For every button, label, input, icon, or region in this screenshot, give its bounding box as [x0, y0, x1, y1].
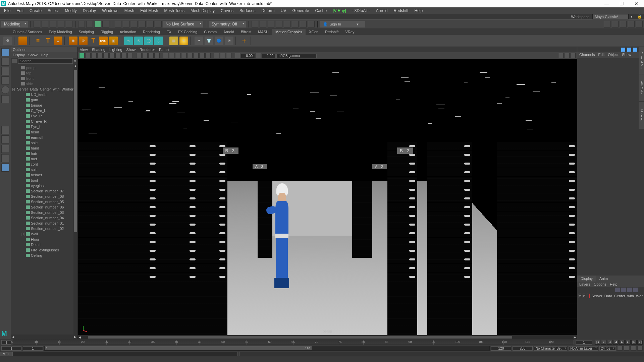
menu-cache[interactable]: Cache — [312, 8, 329, 14]
move-tool-icon[interactable] — [1, 67, 9, 75]
vp-aa-icon[interactable] — [205, 53, 211, 58]
workspace-caret-icon[interactable]: ▾ — [631, 14, 635, 19]
vp-lights-icon[interactable] — [181, 53, 186, 58]
vp-add-icon[interactable] — [558, 53, 564, 58]
shelf-tab-rigging[interactable]: Rigging — [97, 29, 116, 35]
vp-refresh-icon[interactable] — [564, 53, 570, 58]
cb-menu-object[interactable]: Object — [608, 53, 619, 57]
step-back-key-button[interactable]: ◄| — [601, 340, 606, 345]
outliner-item[interactable]: helmet — [11, 172, 77, 178]
four-pane-icon[interactable] — [1, 135, 9, 143]
snap-live-icon[interactable] — [147, 21, 154, 27]
cb-menu-channels[interactable]: Channels — [579, 53, 595, 57]
bullet-list-icon[interactable]: ≡ — [34, 37, 42, 45]
cb-icon1[interactable] — [621, 48, 625, 52]
vp-xray-icon[interactable] — [220, 53, 225, 58]
outliner-item[interactable]: [-]Server_Data_Center_with_Worker_ncl — [11, 86, 77, 92]
outliner-item[interactable]: persp — [11, 65, 77, 70]
vp-toggle5-icon[interactable] — [109, 53, 115, 58]
sparkle-icon[interactable]: ✦ — [195, 37, 203, 45]
outliner-item[interactable]: Section_number_06 — [11, 204, 77, 210]
vp-textured-icon[interactable] — [175, 53, 180, 58]
menu-edit-mesh[interactable]: Edit Mesh — [138, 8, 161, 14]
workspace-dropdown[interactable]: Maya Classic* — [592, 14, 629, 19]
outliner-item[interactable]: top — [11, 70, 77, 76]
menu-create[interactable]: Create — [27, 8, 44, 14]
vp-toggle4-icon[interactable] — [103, 53, 109, 58]
history-icon[interactable] — [252, 21, 258, 27]
vp-shaded-icon[interactable] — [169, 53, 174, 58]
mash-network-icon[interactable] — [18, 37, 27, 45]
outliner-item[interactable]: Section_number_08 — [11, 194, 77, 199]
character-set-dropdown[interactable]: No Character Set — [534, 346, 567, 351]
vp-film-gate-icon[interactable] — [142, 53, 148, 58]
menu-uv[interactable]: UV — [278, 8, 289, 14]
time-end-field[interactable]: 1 — [576, 340, 592, 345]
vp-wireframe-icon[interactable] — [163, 53, 168, 58]
shelf-tab-rendering[interactable]: Rendering — [140, 29, 163, 35]
menu-surfaces[interactable]: Surfaces — [237, 8, 258, 14]
menu-modify[interactable]: Modify — [62, 8, 79, 14]
time-slider[interactable]: 1 51015202530354045505560657075808590951… — [0, 339, 644, 345]
outliner-item[interactable]: Section_number_07 — [11, 188, 77, 194]
layer-btn1-icon[interactable] — [615, 288, 620, 292]
paint-select-icon[interactable] — [94, 21, 101, 27]
play-forward-button[interactable]: ▶ — [619, 340, 625, 345]
snap-point-icon[interactable] — [131, 21, 138, 27]
snap-grid-icon[interactable] — [115, 21, 121, 27]
render-icon[interactable] — [260, 21, 266, 27]
outliner-menu-display[interactable]: Display — [13, 53, 25, 57]
vp-grid-icon[interactable] — [136, 53, 142, 58]
ipr-icon[interactable] — [268, 21, 274, 27]
outliner-item[interactable]: earmuff — [11, 135, 77, 140]
add-shelf-item-icon[interactable]: + — [240, 37, 249, 45]
select-mode-icon[interactable] — [78, 21, 85, 27]
outliner-item[interactable]: met — [11, 156, 77, 162]
toggle-attr-editor-icon[interactable] — [620, 21, 627, 27]
outliner-item[interactable]: Floor — [11, 237, 77, 242]
vp-color-mgmt-dropdown[interactable]: sRGB gamma — [276, 54, 317, 58]
layer-menu-help[interactable]: Help — [610, 282, 618, 286]
range-handle-end[interactable]: 120 — [305, 347, 310, 350]
vp-toggle1-icon[interactable] — [85, 53, 91, 58]
viewport-scrollbar-h[interactable]: ◄► — [78, 335, 577, 339]
current-frame-field[interactable]: 1 — [1, 340, 11, 345]
outliner-item[interactable]: Section_number_02 — [11, 226, 77, 231]
vp-resolution-gate-icon[interactable] — [148, 53, 154, 58]
layer-menu-layers[interactable]: Layers — [579, 282, 590, 286]
fps-dropdown[interactable]: 24 fps — [599, 346, 616, 351]
outliner-item[interactable]: Fire_extinguisher — [11, 247, 77, 253]
vp-toggle8-icon[interactable] — [127, 53, 133, 58]
menu-display[interactable]: Display — [80, 8, 99, 14]
vp-toggle2-icon[interactable] — [91, 53, 97, 58]
command-input[interactable] — [12, 352, 238, 356]
outliner-item[interactable]: sole — [11, 140, 77, 145]
range-end-field[interactable]: 200 — [513, 346, 533, 351]
svg-import-icon[interactable]: SVG — [99, 37, 108, 45]
shelf-tab-custom[interactable]: Custom — [201, 29, 220, 35]
menu-help[interactable]: Help — [412, 8, 426, 14]
menu-mesh-display[interactable]: Mesh Display — [188, 8, 217, 14]
range-slider[interactable]: 1 1 1 120 120 200 No Character Set No An… — [0, 345, 644, 351]
globe-icon[interactable]: ◉ — [69, 37, 77, 45]
layer-playback-toggle[interactable]: P — [583, 294, 585, 298]
layer-btn2-icon[interactable] — [621, 288, 626, 292]
layer-color-swatch[interactable] — [589, 294, 590, 298]
anim-layer-dropdown[interactable]: No Anim Layer — [569, 346, 598, 351]
type-tool-icon[interactable]: T — [44, 37, 52, 45]
ring-icon[interactable]: ◯ — [144, 37, 153, 45]
layer-visibility-toggle[interactable]: V — [579, 294, 581, 298]
range-inner-end-field[interactable]: 120 — [491, 346, 511, 351]
vp-select-camera-icon[interactable] — [79, 53, 85, 58]
cb-menu-show[interactable]: Show — [622, 53, 631, 57]
burst-icon[interactable]: ✳ — [225, 37, 233, 45]
display-layer-row[interactable]: V P Server_Data_Center_with_Wor — [577, 293, 644, 299]
range-handle-start[interactable]: 1 — [46, 347, 48, 350]
cb-icon2[interactable] — [627, 48, 631, 52]
sun-icon[interactable]: ☀ — [179, 37, 188, 45]
shelf-tab-sculpting[interactable]: Sculpting — [75, 29, 97, 35]
shelf-tab-arnold[interactable]: Arnold — [220, 29, 237, 35]
toggle-hud-icon[interactable] — [612, 21, 619, 27]
lock-icon[interactable]: 🔒 — [637, 14, 642, 19]
viewport-3d[interactable]: B 3 A 3 A 2 B 2 persp — [78, 59, 577, 335]
